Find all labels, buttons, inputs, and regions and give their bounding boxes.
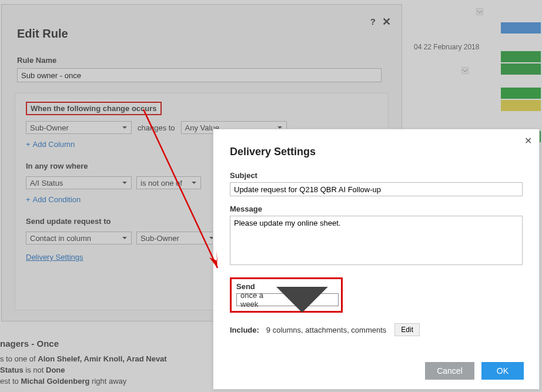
bg-dropdown-1 [476, 8, 483, 15]
message-label: Message [230, 205, 523, 213]
send-frequency-select[interactable]: once a week [236, 293, 339, 306]
help-icon[interactable]: ? [370, 16, 376, 26]
row-operator-select[interactable]: is not one of [136, 176, 201, 189]
cancel-button[interactable]: Cancel [425, 362, 474, 380]
include-text: 9 columns, attachments, comments [266, 326, 386, 334]
changes-to-label: changes to [136, 123, 176, 132]
bg-color-blocks [501, 0, 542, 143]
chevron-down-icon [122, 235, 128, 241]
chevron-down-icon [122, 125, 128, 130]
subject-label: Subject [230, 171, 523, 180]
delivery-settings-dialog: ✕ Delivery Settings Subject Message Send… [213, 129, 540, 390]
close-icon[interactable]: ✕ [524, 135, 532, 146]
send-target-select[interactable]: Contact in column [26, 232, 132, 244]
edit-include-button[interactable]: Edit [394, 323, 420, 336]
subject-input[interactable] [230, 182, 523, 196]
include-label: Include: [230, 326, 259, 334]
ok-button[interactable]: OK [481, 362, 524, 380]
bg-timestamp: 04 22 February 2018 [414, 43, 479, 51]
rule-name-label: Rule Name [17, 56, 386, 65]
delivery-title: Delivery Settings [230, 146, 523, 158]
message-textarea[interactable] [230, 216, 523, 265]
when-change-heading: When the following change occurs [26, 102, 162, 115]
chevron-down-icon [191, 180, 197, 186]
chevron-down-icon [270, 267, 334, 332]
when-column-select[interactable]: Sub-Owner [26, 121, 132, 134]
rule-name-input[interactable] [17, 68, 382, 82]
delivery-settings-link[interactable]: Delivery Settings [26, 253, 83, 262]
send-highlight: Send once a week [230, 277, 343, 313]
row-column-select[interactable]: A/I Status [26, 176, 132, 189]
dialog-title: Edit Rule [17, 27, 386, 41]
send-column-select[interactable]: Sub-Owner [136, 232, 219, 244]
close-icon[interactable]: ✕ [382, 15, 391, 28]
chevron-down-icon [122, 180, 128, 186]
bg-dropdown-2 [461, 67, 469, 74]
